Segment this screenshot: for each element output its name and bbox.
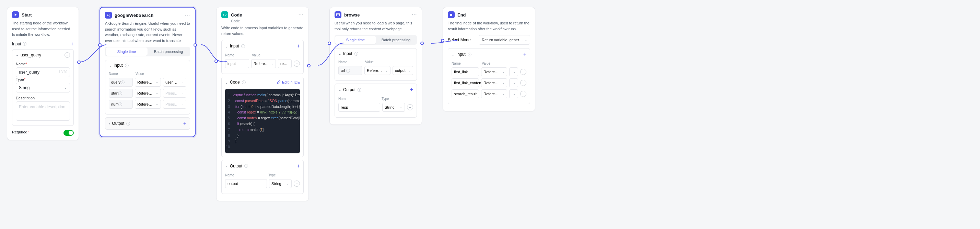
segment-single[interactable]: Single time — [335, 36, 376, 44]
remove-output-button[interactable]: − — [407, 104, 413, 110]
more-icon[interactable]: ⋯ — [185, 12, 190, 18]
chevron-down-icon: ⌄ — [156, 91, 159, 95]
more-icon[interactable]: ⋯ — [411, 12, 417, 18]
param-name-input[interactable]: first_link — [452, 67, 479, 76]
output-name-input[interactable]: output — [225, 179, 267, 188]
variable-header[interactable]: ⌄user_query− — [12, 50, 73, 61]
param-name: start i — [109, 89, 133, 98]
input-section-header[interactable]: ⌄Inputi+ — [222, 40, 303, 52]
segment-batch[interactable]: Batch processing — [376, 36, 416, 44]
remove-param-button[interactable]: − — [294, 61, 300, 67]
param-ref-select[interactable]: Reference⌄ — [251, 59, 276, 68]
info-icon: i — [126, 122, 130, 125]
node-browse[interactable]: browse ⋯ useful when you need to load a … — [329, 7, 422, 125]
add-output-button[interactable]: + — [410, 86, 413, 93]
param-ref-select[interactable]: Reference⌄ — [364, 66, 390, 75]
param-value-select[interactable]: output⌄ — [393, 66, 413, 75]
remove-param-button[interactable]: − — [520, 91, 527, 97]
node-title: End — [457, 12, 530, 18]
select-mode-dropdown[interactable]: Return variable, generated by the B...⌄ — [479, 35, 530, 45]
remove-param-button[interactable]: − — [520, 80, 527, 86]
port-out[interactable] — [77, 61, 81, 64]
required-toggle[interactable] — [64, 130, 74, 136]
param-name: num i — [109, 100, 133, 109]
node-desc: A Google Search Engine. Useful when you … — [105, 21, 190, 43]
output-type-select[interactable]: String⌄ — [269, 179, 292, 188]
add-input-button[interactable]: + — [297, 43, 300, 49]
param-ref-select[interactable]: Reference⌄ — [135, 78, 161, 86]
var-name-input[interactable] — [16, 67, 70, 77]
input-label: Input — [12, 42, 21, 46]
var-desc-input[interactable] — [16, 101, 70, 121]
workflow-canvas[interactable]: Start The starting node of the workflow,… — [7, 7, 973, 201]
node-start[interactable]: Start The starting node of the workflow,… — [7, 7, 79, 140]
node-title: Code — [231, 12, 296, 18]
remove-param-button[interactable]: − — [520, 69, 527, 75]
chevron-down-icon: ⌄ — [385, 69, 388, 72]
param-name-input[interactable]: first_link_content — [452, 78, 479, 87]
port-in[interactable] — [328, 42, 331, 45]
param-name: query i — [109, 78, 133, 86]
add-input-button[interactable]: + — [71, 41, 74, 47]
port-out[interactable] — [307, 64, 310, 67]
chevron-down-icon: ⌄ — [513, 81, 516, 85]
mode-segment: Single time Batch processing — [334, 35, 417, 45]
chevron-down-icon: ⌄ — [181, 91, 184, 95]
add-output-button[interactable]: + — [183, 120, 186, 127]
param-value-select[interactable]: Please select⌄ — [163, 89, 186, 98]
node-code[interactable]: Code ⋯ Code Write code to process input … — [216, 7, 309, 201]
chevron-down-icon: ⌄ — [271, 62, 274, 65]
edit-in-ide-link[interactable]: Edit in IDE — [277, 80, 300, 84]
param-ref-select[interactable]: Reference⌄ — [135, 89, 161, 98]
param-value-select[interactable]: resp⌄ — [509, 78, 518, 87]
param-ref-select[interactable]: Reference⌄ — [135, 100, 161, 109]
info-icon: i — [468, 53, 471, 56]
param-value-select[interactable]: response_for_moc⌄ — [509, 90, 518, 98]
param-ref-select[interactable]: Reference⌄ — [481, 67, 507, 76]
output-type-select[interactable]: String⌄ — [382, 103, 405, 112]
node-google-web-search[interactable]: googleWebSearch ⋯ A Google Search Engine… — [100, 7, 196, 137]
more-icon[interactable]: ⋯ — [298, 12, 304, 18]
code-editor[interactable]: 1async function main({ params }: Args): … — [225, 89, 300, 153]
output-section-header[interactable]: ›Outputi+ — [105, 118, 190, 129]
port-in[interactable] — [215, 59, 218, 63]
info-icon: i — [23, 42, 26, 46]
param-value-select[interactable]: response_for_moc — [278, 59, 292, 68]
param-value-select[interactable]: Please select⌄ — [163, 100, 186, 109]
param-name-input[interactable]: search_result — [452, 90, 479, 98]
port-in[interactable] — [441, 39, 444, 42]
param-ref-select[interactable]: Reference⌄ — [481, 78, 507, 87]
remove-output-button[interactable]: − — [294, 181, 300, 187]
chevron-down-icon: ⌄ — [502, 92, 505, 96]
segment-single[interactable]: Single time — [106, 48, 148, 56]
info-icon: i — [118, 102, 122, 106]
port-out[interactable] — [420, 42, 424, 45]
var-type-select[interactable]: String⌄ — [16, 83, 70, 93]
param-ref-select[interactable]: Reference⌄ — [481, 90, 507, 98]
segment-batch[interactable]: Batch processing — [148, 48, 189, 56]
input-section-header[interactable]: ⌄Inputi+ — [448, 48, 530, 60]
info-icon: i — [241, 44, 245, 48]
param-value-select[interactable]: output⌄ — [509, 67, 518, 76]
chevron-down-icon: ⌄ — [16, 53, 19, 57]
chevron-down-icon: ⌄ — [338, 52, 341, 56]
input-section-header[interactable]: ⌄Inputi — [335, 48, 417, 59]
param-name-input[interactable]: input — [225, 59, 249, 68]
output-section-header[interactable]: ⌄Outputi+ — [335, 84, 417, 96]
param-value-select[interactable]: user_query⌄ — [163, 78, 186, 86]
output-name-input[interactable]: resp — [338, 103, 380, 112]
input-section-header[interactable]: ⌄Inputi — [105, 60, 190, 70]
node-end[interactable]: End The final node of the workflow, used… — [443, 7, 535, 111]
node-subtitle: Code — [231, 19, 304, 23]
svg-rect-2 — [450, 14, 452, 16]
code-section-header[interactable]: ⌄Codei Edit in IDE — [222, 77, 303, 87]
add-output-button[interactable]: + — [297, 163, 300, 169]
port-out[interactable] — [194, 43, 197, 47]
chevron-down-icon: ⌄ — [156, 102, 159, 106]
port-in[interactable] — [98, 43, 102, 47]
remove-variable-button[interactable]: − — [65, 52, 70, 58]
browse-icon — [334, 11, 341, 18]
output-section-header[interactable]: ⌄Outputi+ — [222, 160, 303, 172]
add-input-button[interactable]: + — [523, 51, 527, 58]
chevron-down-icon: ⌄ — [64, 86, 67, 90]
